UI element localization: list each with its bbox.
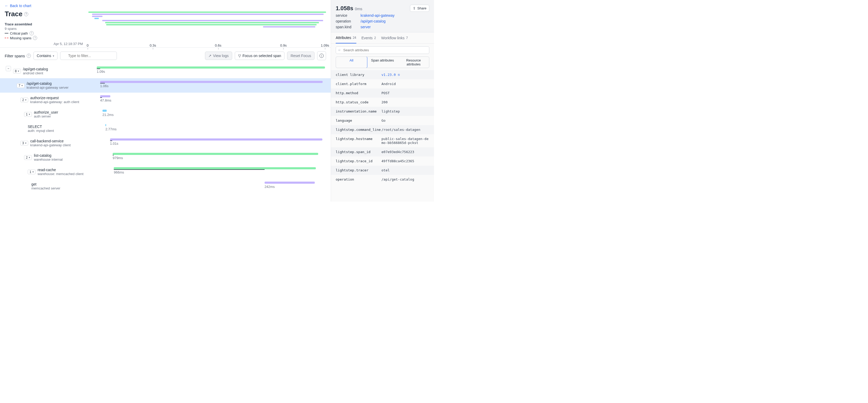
chevron-down-icon: ▾ <box>29 156 30 159</box>
span-row[interactable]: 7 ▾/api/get-catalogkrakend-api-gateway s… <box>0 78 331 93</box>
tab-workflow-links[interactable]: Workflow links7 <box>381 32 408 44</box>
attribute-value: /root/sales-datagen <box>381 128 429 132</box>
attribute-key: language <box>336 119 381 122</box>
span-row[interactable]: 1 ▾authorize_userauth server21.2ms <box>0 107 331 121</box>
attribute-key: http.status_code <box>336 100 381 104</box>
span-duration-label: 242ms <box>265 185 275 189</box>
pill-resource-attributes[interactable]: Resource attributes <box>398 57 429 68</box>
arrow-left-icon: ← <box>5 4 8 8</box>
child-count-badge[interactable]: 7 ▾ <box>17 83 25 88</box>
chevron-down-icon: ▾ <box>53 54 54 57</box>
attribute-value: Android <box>381 82 429 86</box>
child-count-badge[interactable]: 3 ▾ <box>21 141 28 145</box>
attribute-row: operation/api/get-catalog <box>331 175 434 184</box>
back-to-chart-link[interactable]: ← Back to chart <box>0 0 331 8</box>
attribute-key: http.method <box>336 91 381 95</box>
focus-selected-button[interactable]: ▽ Focus on selected span <box>235 52 285 60</box>
span-row[interactable]: SELECTauth: mysql client2.77ms <box>0 121 331 136</box>
chevron-down-icon: ▾ <box>18 69 19 73</box>
back-link-label: Back to chart <box>10 4 31 8</box>
help-icon[interactable]: ? <box>33 36 37 40</box>
span-service: auth server <box>34 114 58 118</box>
child-count-badge[interactable]: 2 ▾ <box>21 97 28 102</box>
page-title: Trace ? <box>5 10 83 18</box>
attribute-search-input[interactable] <box>336 46 429 54</box>
pill-all[interactable]: All <box>336 57 367 68</box>
reset-focus-button[interactable]: Reset Focus <box>287 52 314 60</box>
span-name: /api/get-catalog <box>27 81 68 86</box>
attribute-value: 200 <box>381 100 429 104</box>
view-logs-button[interactable]: ↗ View logs <box>205 52 232 60</box>
attribute-key: lightstep.tracer <box>336 168 381 172</box>
chevron-down-icon: ▾ <box>29 113 30 116</box>
filter-spans-label: Filter spans ? <box>5 54 31 58</box>
service-link[interactable]: krakend-api-gateway <box>361 13 395 18</box>
span-name: read-cache <box>38 168 84 172</box>
span-row[interactable]: 3 ▾call-backend-servicekrakend-api-gatew… <box>0 136 331 150</box>
span-row[interactable]: 8 ▾/api/get-catalogandroid client1.09s <box>0 64 331 78</box>
attribute-row: http.status_code200 <box>331 97 434 107</box>
spankind-link[interactable]: server <box>361 25 371 29</box>
info-button[interactable]: i <box>317 51 326 60</box>
child-count-badge[interactable]: 1 ▾ <box>28 170 36 174</box>
span-duration-label: 966ms <box>114 170 124 174</box>
attribute-value: otel <box>381 168 429 172</box>
filter-input[interactable] <box>60 52 117 60</box>
attribute-row: lightstep.command_line/root/sales-datage… <box>331 125 434 134</box>
attribute-key: lightstep.hostname <box>336 137 381 145</box>
span-name: /api/get-catalog <box>23 67 48 71</box>
span-row[interactable]: 2 ▾authorize-requestkrakend-api-gateway:… <box>0 93 331 107</box>
span-count-label: 9 spans <box>5 27 83 31</box>
attribute-row: client.platformAndroid <box>331 79 434 88</box>
share-button[interactable]: ⇪Share <box>410 5 429 12</box>
github-icon: ⎋ <box>398 73 400 77</box>
span-duration: 1.058s0ms <box>336 5 362 12</box>
chevron-down-icon: ▾ <box>25 142 26 144</box>
span-name: authorize_user <box>34 110 58 114</box>
span-service: krakend-api-gateway client <box>30 143 71 147</box>
span-service: krakend-api-gateway server <box>27 86 68 89</box>
attribute-value: Go <box>381 119 429 122</box>
info-icon: i <box>319 54 324 58</box>
attribute-key: lightstep.span_id <box>336 150 381 154</box>
span-service: warehouse internal <box>34 157 63 162</box>
span-row[interactable]: 1 ▾read-cachewarehouse: memcached client… <box>0 165 331 179</box>
pill-span-attributes[interactable]: Span attributes <box>367 57 398 68</box>
attribute-row: http.methodPOST <box>331 88 434 97</box>
trace-minimap[interactable] <box>88 11 326 27</box>
help-icon[interactable]: ? <box>24 12 28 16</box>
span-duration-label: 2.77ms <box>105 127 117 131</box>
attribute-row: lightstep.span_ide07e93ed4c756223 <box>331 147 434 156</box>
chevron-down-icon: ▾ <box>32 170 34 173</box>
attribute-row: languageGo <box>331 116 434 125</box>
attribute-row: instrumentation.namelightstep <box>331 107 434 116</box>
trace-timestamp: Apr 5, 12:18:37 PM <box>0 42 88 47</box>
share-icon: ⇪ <box>413 6 416 10</box>
attribute-value[interactable]: v1.23.0 ⎋ <box>381 73 429 77</box>
attribute-row: lightstep.tracerotel <box>331 166 434 175</box>
child-count-badge[interactable]: 1 ▾ <box>24 112 32 117</box>
span-duration-label: 979ms <box>113 156 123 160</box>
span-service: memcached server <box>31 186 60 190</box>
tab-attributes[interactable]: Attributes24 <box>336 32 356 44</box>
contains-select[interactable]: Contains▾ <box>33 52 58 60</box>
span-service: android client <box>23 71 48 75</box>
child-count-badge[interactable]: 2 ▾ <box>24 155 32 160</box>
attribute-key: lightstep.trace_id <box>336 159 381 163</box>
help-icon[interactable]: ? <box>27 54 31 58</box>
span-name: get <box>31 182 60 186</box>
attribute-key: client.platform <box>336 82 381 86</box>
help-icon[interactable]: ? <box>30 31 34 35</box>
span-name: list-catalog <box>34 153 63 157</box>
child-count-badge[interactable]: 8 ▾ <box>13 69 21 74</box>
tab-events[interactable]: Events2 <box>362 32 376 44</box>
critical-path-legend: Critical path ? <box>5 31 83 35</box>
span-duration-label: 21.2ms <box>102 113 114 117</box>
chevron-down-icon: ▾ <box>22 84 23 87</box>
missing-spans-legend: Missing spans ? <box>5 36 83 40</box>
attribute-key: client library <box>336 73 381 77</box>
span-row[interactable]: getmemcached server242ms <box>0 179 331 193</box>
operation-link[interactable]: /api/get-catalog <box>361 19 385 23</box>
external-link-icon: ↗ <box>208 54 212 58</box>
span-row[interactable]: 2 ▾list-catalogwarehouse internal979ms <box>0 150 331 165</box>
